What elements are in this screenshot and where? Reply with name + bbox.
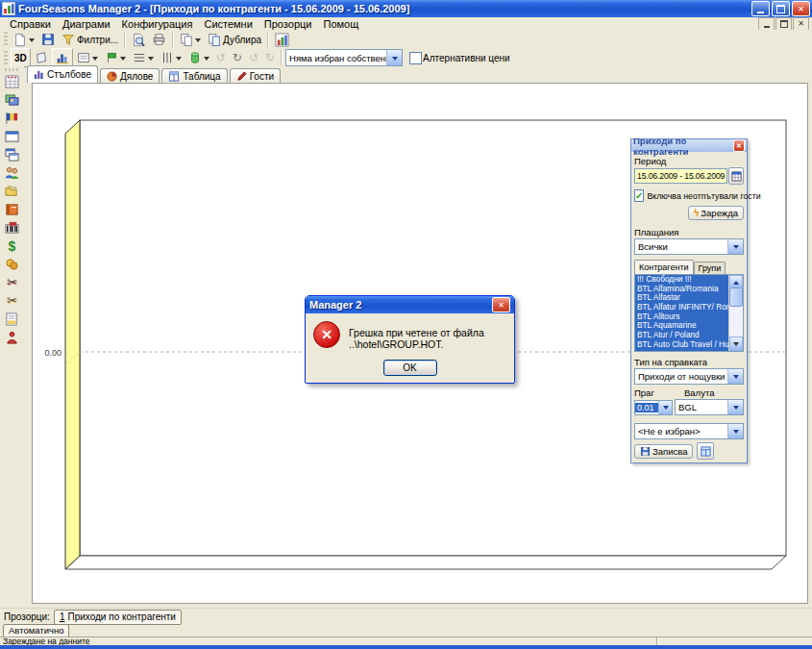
note-button[interactable] bbox=[3, 310, 22, 328]
new-report-button[interactable] bbox=[11, 31, 37, 48]
filters-button[interactable]: Филтри... bbox=[59, 31, 121, 48]
owner-select-dropdown-button[interactable] bbox=[386, 50, 402, 65]
planner-grid-button[interactable] bbox=[3, 72, 22, 90]
restore-icon bbox=[776, 5, 785, 13]
tab-guests[interactable]: Гости bbox=[230, 68, 281, 83]
list-item[interactable]: BTL Alfatur INFINITY/ Romani bbox=[635, 303, 729, 312]
payments-select-dropdown-button[interactable] bbox=[727, 239, 743, 254]
payments-select[interactable]: Всички bbox=[634, 238, 744, 255]
chart-button[interactable] bbox=[272, 31, 292, 48]
perspective-button[interactable] bbox=[32, 49, 51, 66]
period-input[interactable]: 15.06.2009 - 15.06.2009 bbox=[634, 168, 727, 184]
tab-table[interactable]: Таблица bbox=[161, 68, 227, 83]
rotate-ccw-icon: ↺ bbox=[216, 51, 226, 64]
window-copy-button[interactable] bbox=[3, 145, 22, 163]
panel-title-bar[interactable]: Приходи по контрагенти ✕ bbox=[631, 139, 747, 152]
table-view-button[interactable] bbox=[697, 442, 714, 460]
v-gridlines-button[interactable] bbox=[158, 49, 185, 66]
window-button[interactable] bbox=[3, 127, 22, 145]
person-red-button[interactable] bbox=[3, 328, 22, 346]
dialog-close-button[interactable]: ✕ bbox=[492, 297, 510, 312]
chevron-down-icon bbox=[29, 38, 35, 45]
duplicate-button[interactable]: Дублира bbox=[205, 31, 264, 48]
mdi-close-button[interactable]: ✕ bbox=[793, 17, 809, 31]
report-type-select-dropdown-button[interactable] bbox=[727, 369, 743, 384]
copy-button[interactable] bbox=[177, 31, 204, 48]
menu-diagrami[interactable]: Диаграми bbox=[57, 18, 116, 30]
threshold-input[interactable]: 0.01 bbox=[634, 400, 673, 415]
menu-konfiguracia[interactable]: Конфигурация bbox=[116, 18, 199, 30]
report-type-select[interactable]: Приходи от нощувки bbox=[634, 368, 744, 385]
print-preview-button[interactable] bbox=[129, 31, 148, 48]
tab-pie[interactable]: Дялове bbox=[100, 68, 160, 83]
save-button[interactable] bbox=[38, 31, 58, 48]
list-item[interactable]: !!! Свободни !!! bbox=[635, 275, 729, 285]
filter-funnel-icon bbox=[62, 33, 75, 46]
toolbar-grip[interactable] bbox=[5, 68, 19, 71]
menu-sistemni[interactable]: Системни bbox=[198, 18, 258, 30]
tab-groups[interactable]: Групи bbox=[694, 262, 726, 274]
currency-select-dropdown-button[interactable] bbox=[727, 400, 743, 414]
photos-button[interactable] bbox=[3, 90, 22, 109]
list-item-clipped[interactable] bbox=[635, 350, 729, 352]
cut-red-button[interactable]: ✂ bbox=[3, 273, 22, 291]
currency-select[interactable]: BGL bbox=[675, 399, 744, 415]
load-button[interactable]: ϟ Зарежда bbox=[688, 206, 744, 220]
3d-toggle-button[interactable]: 3D bbox=[11, 48, 31, 67]
rotate-left-button[interactable]: ↺ bbox=[213, 49, 229, 66]
guests-group-button[interactable] bbox=[3, 163, 22, 182]
close-button[interactable]: ✕ bbox=[792, 1, 810, 16]
labels-button[interactable] bbox=[102, 49, 129, 66]
tab-bars[interactable]: Стълбове bbox=[27, 65, 98, 83]
menu-pomosht[interactable]: Помощ bbox=[317, 18, 364, 30]
panel-close-button[interactable]: ✕ bbox=[733, 139, 745, 152]
mdi-minimize-button[interactable] bbox=[758, 17, 775, 31]
scrollbar-thumb[interactable] bbox=[729, 287, 743, 307]
print-button[interactable] bbox=[149, 31, 169, 48]
toolbar-grip[interactable] bbox=[4, 32, 8, 47]
folders-button[interactable] bbox=[3, 182, 22, 200]
list-item[interactable]: BTL Alfamina/Romania bbox=[635, 285, 729, 294]
menu-spravki[interactable]: Справки bbox=[4, 18, 57, 30]
restore-button[interactable] bbox=[772, 1, 790, 16]
reset-rotation-left-button[interactable]: ↺ bbox=[246, 49, 261, 66]
ok-button[interactable]: OK bbox=[383, 360, 437, 376]
threshold-dropdown-button[interactable] bbox=[658, 401, 672, 414]
menu-prozorci[interactable]: Прозорци bbox=[258, 18, 318, 30]
list-item[interactable]: BTL Alltours bbox=[635, 312, 729, 322]
cut-coin-button[interactable]: ✂ bbox=[3, 291, 22, 310]
legend-button[interactable] bbox=[74, 49, 101, 66]
list-item[interactable]: BTL Auto Club Travel / Hunga bbox=[635, 340, 729, 350]
toolbar-grip[interactable] bbox=[4, 51, 8, 64]
tab-contractors[interactable]: Контрагенти bbox=[634, 260, 694, 274]
ledger-button[interactable] bbox=[3, 200, 22, 218]
include-guests-checkbox[interactable]: ✓ bbox=[634, 189, 644, 202]
currency-button[interactable]: $ bbox=[3, 237, 22, 255]
bars-style-button[interactable] bbox=[52, 48, 73, 67]
list-item[interactable]: BTL Atur / Poland bbox=[635, 331, 729, 340]
flag-button[interactable] bbox=[3, 109, 22, 127]
template-select-dropdown-button[interactable] bbox=[727, 424, 743, 438]
cylinder-style-button[interactable] bbox=[185, 49, 212, 66]
list-scrollbar[interactable] bbox=[728, 275, 743, 351]
calendar-button[interactable] bbox=[728, 167, 744, 185]
dialog-title-bar[interactable]: Manager 2 ✕ bbox=[306, 296, 514, 313]
reset-rotation-right-button[interactable]: ↻ bbox=[262, 49, 278, 66]
list-item[interactable]: BTL Aquamarine bbox=[635, 321, 729, 331]
coins-button[interactable] bbox=[3, 255, 22, 273]
rotate-right-button[interactable]: ↻ bbox=[230, 49, 245, 66]
alt-prices-checkbox[interactable] bbox=[409, 52, 422, 64]
template-select[interactable]: <Не е избран> bbox=[634, 423, 744, 439]
period-label: Период bbox=[634, 156, 744, 166]
automatic-button[interactable]: Автоматично bbox=[3, 624, 69, 637]
list-item[interactable]: BTL Alfastar bbox=[635, 293, 729, 303]
owner-select[interactable]: Няма избран собственици bbox=[285, 49, 403, 66]
mdi-restore-button[interactable] bbox=[775, 17, 792, 31]
error-x-glyph: ✕ bbox=[321, 327, 332, 342]
save-report-button[interactable]: Записва bbox=[634, 444, 693, 459]
barcode-button[interactable] bbox=[3, 218, 22, 237]
h-gridlines-button[interactable] bbox=[130, 49, 157, 66]
minimize-button[interactable] bbox=[751, 1, 770, 16]
scroll-down-button[interactable] bbox=[729, 337, 743, 351]
window-tab-button[interactable]: 1 Приходи по контрагенти bbox=[54, 610, 182, 625]
